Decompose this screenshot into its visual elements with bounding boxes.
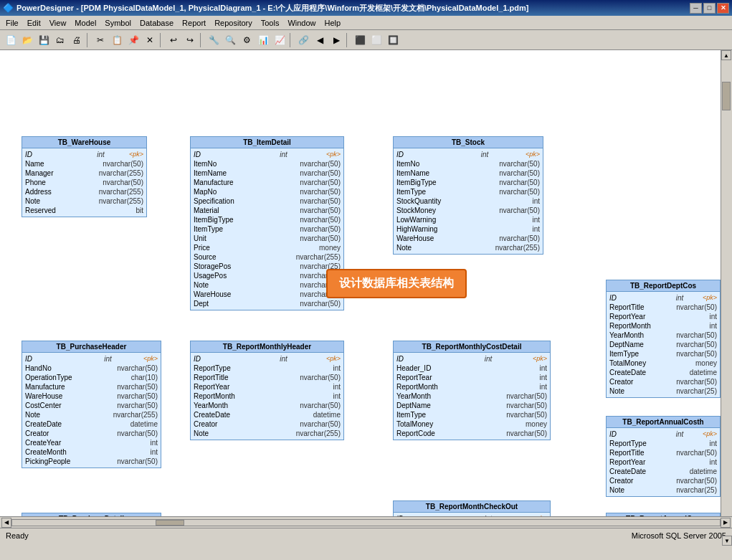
table-tb_reportannualcosth[interactable]: TB_ReportAnnualCosthIDint<pk>ReportTypei… <box>606 416 721 497</box>
menu-repository[interactable]: Repository <box>210 17 257 29</box>
workspace: 设计数据库相关表结构 TB_WareHouseIDint<pk>Namenvar… <box>0 50 732 516</box>
toolbar-sep4 <box>290 33 293 47</box>
toolbar-btn10[interactable]: ⬜ <box>369 32 384 48</box>
table-row: CreateDatedatetime <box>192 410 342 419</box>
table-tb_reportmonthlycostdetail[interactable]: TB_ReportMonthlyCostDetailIDint<pk>Heade… <box>393 341 551 440</box>
table-tb_reportmonthcheckout[interactable]: TB_ReportMonthCheckOutIDint<pk>ReportTyp… <box>393 500 551 516</box>
table-row: Sourcenvarchar(255) <box>192 252 342 262</box>
table-header-tb_purchaseheader: TB_PurchaseHeader <box>22 341 161 353</box>
table-header-tb_purchasedetail: TB_PurchaseDetail <box>22 513 161 516</box>
table-row: ItemNamenvarchar(50) <box>395 169 541 178</box>
scroll-thumb-h[interactable] <box>156 520 184 526</box>
table-row: WareHousenvarchar(50) <box>395 234 541 243</box>
toolbar-redo[interactable]: ↪ <box>182 32 198 48</box>
table-row: MapNonvarchar(50) <box>192 187 342 196</box>
toolbar-print[interactable]: 🖨 <box>69 32 85 48</box>
toolbar-btn9[interactable]: ⬛ <box>352 32 368 48</box>
table-tb_warehouse[interactable]: TB_WareHouseIDint<pk>Namenvarchar(50)Man… <box>22 136 147 217</box>
db-version-text: Microsoft SQL Server 2005 <box>632 531 726 540</box>
table-tb_purchaseheader[interactable]: TB_PurchaseHeaderIDint<pk>HandNonvarchar… <box>22 341 161 468</box>
toolbar-btn2[interactable]: 🔍 <box>222 32 238 48</box>
table-row: Pricemoney <box>192 243 342 252</box>
scroll-right-arrow[interactable]: ▶ <box>721 518 731 528</box>
menu-database[interactable]: Database <box>136 17 178 29</box>
menu-window[interactable]: Window <box>283 17 320 29</box>
toolbar-btn6[interactable]: 🔗 <box>295 32 311 48</box>
table-tb_reportmonthlyheader[interactable]: TB_ReportMonthlyHeaderIDint<pk>ReportTyp… <box>190 341 344 440</box>
toolbar-undo[interactable]: ↩ <box>166 32 181 48</box>
toolbar-sep3 <box>200 33 204 47</box>
toolbar-cut[interactable]: ✂ <box>92 32 108 48</box>
table-row: CreateDatedatetime <box>24 419 159 429</box>
minimize-button[interactable]: ─ <box>690 3 702 14</box>
status-bar: Ready Microsoft SQL Server 2005 <box>0 528 732 542</box>
menu-file[interactable]: File <box>1 17 23 29</box>
table-row: IDint<pk> <box>395 514 548 516</box>
table-tb_reportannualcos[interactable]: TB_ReportAnnualCosIDint<pk>Header_IDintR… <box>606 513 721 516</box>
table-row: IDint<pk> <box>608 430 718 439</box>
table-row: ReportCodenvarchar(50) <box>395 429 548 438</box>
table-row: Creatornvarchar(50) <box>608 377 718 386</box>
toolbar-btn5[interactable]: 📈 <box>272 32 287 48</box>
table-tb_reportdeptcos[interactable]: TB_ReportDeptCosIDint<pk>ReportTitlenvar… <box>606 280 721 398</box>
toolbar-open[interactable]: 📂 <box>19 32 35 48</box>
toolbar-btn4[interactable]: 📊 <box>255 32 271 48</box>
scroll-thumb-v[interactable] <box>722 82 731 110</box>
table-row: YearMonthnvarchar(50) <box>192 401 342 410</box>
table-row: ItemTypenvarchar(50) <box>608 349 718 359</box>
table-header-tb_itemdetail: TB_ItemDetail <box>191 137 343 148</box>
toolbar-btn8[interactable]: ▶ <box>328 32 344 48</box>
toolbar-btn7[interactable]: ◀ <box>312 32 328 48</box>
table-header-tb_reportdeptcos: TB_ReportDeptCos <box>607 280 720 292</box>
table-row: ReportMonthint <box>192 391 342 401</box>
scroll-left-arrow[interactable]: ◀ <box>1 518 11 528</box>
menu-edit[interactable]: Edit <box>23 17 45 29</box>
scroll-track-h <box>11 519 721 526</box>
table-row: ReportMonthint <box>608 321 718 331</box>
menu-help[interactable]: Help <box>320 17 346 29</box>
toolbar-paste[interactable]: 📌 <box>125 32 141 48</box>
table-row: StockQuantityint <box>395 196 541 206</box>
table-row: Notenvarchar(25) <box>608 485 718 495</box>
table-row: Phonenvarchar(50) <box>24 178 145 187</box>
table-row: Creatornvarchar(50) <box>24 429 159 438</box>
menu-report[interactable]: Report <box>178 17 210 29</box>
table-tb_purchasedetail[interactable]: TB_PurchaseDetailIDint<pk>PurchaseHead_I… <box>22 513 161 516</box>
toolbar-btn3[interactable]: ⚙ <box>239 32 255 48</box>
table-row: DeptNamenvarchar(50) <box>608 340 718 349</box>
maximize-button[interactable]: □ <box>703 3 716 14</box>
table-row: Manufacturenvarchar(50) <box>192 178 342 187</box>
toolbar-copy[interactable]: 📋 <box>109 32 125 48</box>
table-header-tb_reportmonthcheckout: TB_ReportMonthCheckOut <box>394 501 550 513</box>
toolbar-delete[interactable]: ✕ <box>142 32 158 48</box>
toolbar-sep5 <box>346 33 350 47</box>
menu-view[interactable]: View <box>45 17 71 29</box>
toolbar-new[interactable]: 📄 <box>3 32 19 48</box>
toolbar-btn11[interactable]: 🔲 <box>385 32 401 48</box>
table-row: ReportTitlenvarchar(50) <box>192 373 342 382</box>
table-row: Specificationnvarchar(50) <box>192 196 342 206</box>
vertical-scrollbar[interactable]: ▲ ▼ <box>721 50 732 516</box>
close-button[interactable]: ✕ <box>717 3 729 14</box>
table-row: CreateDatedatetime <box>608 467 718 476</box>
toolbar-save-all[interactable]: 🗂 <box>52 32 68 48</box>
horizontal-scrollbar[interactable]: ◀ ▶ <box>0 516 732 528</box>
menu-symbol[interactable]: Symbol <box>100 17 136 29</box>
table-header-tb_reportmonthlyheader: TB_ReportMonthlyHeader <box>191 341 343 353</box>
menu-tools[interactable]: Tools <box>257 17 284 29</box>
menu-model[interactable]: Model <box>70 17 100 29</box>
table-tb_itemdetail[interactable]: TB_ItemDetailIDint<pk>ItemNonvarchar(50)… <box>190 136 344 310</box>
toolbar-save[interactable]: 💾 <box>36 32 52 48</box>
toolbar-btn1[interactable]: 🔧 <box>206 32 222 48</box>
table-row: PickingPeoplenvarchar(50) <box>24 457 159 466</box>
table-row: IDint<pk> <box>24 354 159 364</box>
table-row: IDint<pk> <box>608 293 718 303</box>
table-row: DeptNamenvarchar(50) <box>395 401 548 410</box>
table-row: HandNonvarchar(50) <box>24 364 159 373</box>
table-row: IDint<pk> <box>24 150 145 159</box>
diagram-canvas[interactable]: 设计数据库相关表结构 TB_WareHouseIDint<pk>Namenvar… <box>0 50 721 516</box>
table-tb_stock[interactable]: TB_StockIDint<pk>ItemNonvarchar(50)ItemN… <box>393 136 543 255</box>
table-row: ItemBigTypenvarchar(50) <box>192 215 342 224</box>
table-row: CostCenternvarchar(50) <box>24 401 159 410</box>
scroll-up-arrow[interactable]: ▲ <box>721 50 731 60</box>
